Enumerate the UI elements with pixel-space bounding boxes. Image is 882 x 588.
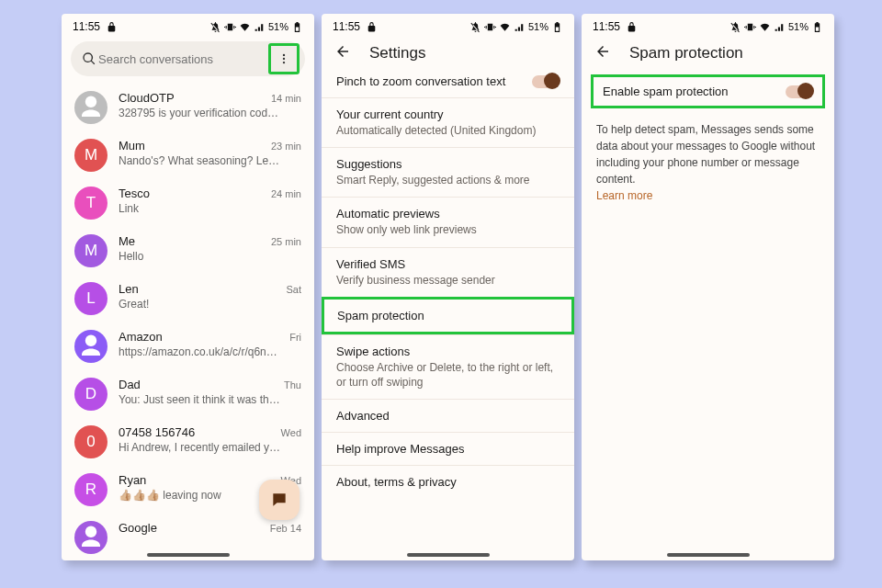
settings-item[interactable]: Pinch to zoom conversation text	[322, 71, 574, 97]
settings-item[interactable]: Automatic previewsShow only web link pre…	[322, 197, 574, 246]
settings-item[interactable]: Spam protection	[322, 297, 574, 334]
conversation-snippet: 328795 is your verification code …	[119, 107, 284, 119]
app-bar: Settings	[322, 40, 574, 71]
conversation-time: 23 min	[271, 141, 301, 152]
wifi-icon	[759, 21, 771, 33]
conversation-row[interactable]: MMum23 minNando's? What seasoning? Lem…	[62, 131, 314, 179]
conversation-row[interactable]: CloudOTP14 min328795 is your verificatio…	[62, 84, 314, 131]
lock-icon	[106, 21, 118, 33]
nav-handle[interactable]	[407, 553, 490, 557]
search-icon	[82, 51, 96, 66]
conversation-time: 24 min	[271, 188, 301, 199]
status-icons: 51%	[469, 21, 563, 33]
overflow-menu-button[interactable]	[268, 43, 300, 74]
conversation-name: Ryan	[119, 473, 146, 487]
settings-item[interactable]: Swipe actionsChoose Archive or Delete, t…	[322, 334, 574, 399]
enable-spam-toggle[interactable]	[786, 85, 813, 98]
phone-settings: 11:55 51% Settings Pinch to zoom convers…	[322, 14, 574, 560]
status-time: 11:55	[593, 20, 620, 33]
vibrate-icon	[484, 21, 496, 33]
enable-spam-label: Enable spam protection	[603, 85, 729, 98]
status-icons: 51%	[209, 21, 303, 33]
settings-list: Pinch to zoom conversation textYour curr…	[322, 71, 574, 498]
back-button[interactable]	[334, 43, 351, 63]
settings-item-title: Help improve Messages	[336, 442, 560, 456]
conversation-snippet: Great!	[119, 298, 284, 311]
settings-item-title: Your current country	[336, 107, 560, 121]
settings-item[interactable]: Help improve Messages	[322, 432, 574, 465]
status-bar: 11:55 51%	[62, 14, 314, 40]
search-input[interactable]	[96, 51, 268, 67]
settings-item-title: Advanced	[336, 409, 560, 423]
settings-item-subtitle: Automatically detected (United Kingdom)	[336, 123, 560, 138]
dnd-icon	[209, 21, 221, 33]
dnd-icon	[469, 21, 481, 33]
conversation-snippet: Hello	[119, 250, 284, 263]
settings-item[interactable]: SuggestionsSmart Reply, suggested action…	[322, 147, 574, 197]
conversation-time: 14 min	[271, 93, 301, 104]
settings-item-title: Pinch to zoom conversation text	[336, 74, 505, 88]
battery-percent: 51%	[268, 21, 288, 32]
back-button[interactable]	[594, 43, 611, 63]
conversation-row[interactable]: AmazonFrihttps://amazon.co.uk/a/c/r/q6nH…	[62, 322, 314, 370]
lock-icon	[626, 21, 638, 33]
svg-point-1	[283, 58, 285, 60]
page-title: Spam protection	[629, 44, 743, 62]
settings-item-subtitle: Show only web link previews	[336, 222, 560, 237]
phone-spam-protection: 11:55 51% Spam protection Enable spam pr…	[582, 14, 834, 560]
lock-icon	[366, 21, 378, 33]
settings-item-title: Automatic previews	[336, 207, 560, 220]
avatar	[74, 521, 107, 554]
conversation-name: Google	[119, 521, 157, 535]
status-bar: 11:55 51%	[582, 14, 834, 40]
conversation-time: Thu	[284, 379, 301, 390]
avatar: L	[74, 282, 107, 315]
conversation-snippet: You: Just seen it think it was the s…	[119, 393, 284, 406]
conversation-name: Dad	[119, 378, 141, 391]
settings-item[interactable]: Your current countryAutomatically detect…	[322, 97, 574, 147]
conversation-row[interactable]: DDadThuYou: Just seen it think it was th…	[62, 370, 314, 418]
avatar: M	[74, 234, 107, 267]
nav-handle[interactable]	[147, 553, 230, 557]
settings-item-title: Suggestions	[336, 157, 560, 171]
enable-spam-protection-row[interactable]: Enable spam protection	[591, 74, 825, 108]
settings-item-subtitle: Verify business message sender	[336, 273, 560, 288]
avatar	[74, 330, 107, 363]
wifi-icon	[239, 21, 251, 33]
conversation-time: 25 min	[271, 236, 301, 247]
avatar: R	[74, 473, 107, 506]
conversation-row[interactable]: TTesco24 minLink	[62, 179, 314, 227]
conversation-row[interactable]: 007458 156746WedHi Andrew, I recently em…	[62, 418, 314, 466]
conversation-row[interactable]: LLenSatGreat!	[62, 275, 314, 322]
settings-item-subtitle: Choose Archive or Delete, to the right o…	[336, 360, 560, 390]
svg-point-2	[283, 62, 285, 63]
conversation-snippet: Nando's? What seasoning? Lem…	[119, 154, 284, 167]
settings-item-title: Verified SMS	[336, 257, 560, 271]
vibrate-icon	[224, 21, 236, 33]
conversation-name: 07458 156746	[119, 425, 195, 439]
search-bar[interactable]	[71, 41, 305, 76]
avatar: 0	[74, 425, 107, 458]
battery-icon	[291, 21, 303, 33]
nav-handle[interactable]	[667, 553, 750, 557]
svg-point-0	[283, 54, 285, 56]
avatar: T	[74, 187, 107, 220]
conversation-name: Me	[119, 234, 135, 248]
status-bar: 11:55 51%	[322, 14, 574, 40]
conversation-row[interactable]: MMe25 minHello	[62, 227, 314, 275]
learn-more-link[interactable]: Learn more	[596, 189, 652, 202]
signal-icon	[774, 21, 786, 33]
status-time: 11:55	[73, 20, 100, 33]
settings-item[interactable]: About, terms & privacy	[322, 465, 574, 498]
conversation-snippet: Hi Andrew, I recently emailed you …	[119, 441, 284, 454]
avatar: D	[74, 378, 107, 411]
settings-item[interactable]: Verified SMSVerify business message send…	[322, 247, 574, 297]
conversation-time: Feb 14	[270, 523, 301, 534]
spam-help-text: To help detect spam, Messages sends some…	[582, 108, 834, 217]
signal-icon	[254, 21, 266, 33]
app-bar: Spam protection	[582, 40, 834, 71]
compose-fab[interactable]	[259, 480, 300, 520]
settings-toggle[interactable]	[532, 75, 560, 88]
settings-item[interactable]: Advanced	[322, 399, 574, 432]
settings-item-subtitle: Smart Reply, suggested actions & more	[336, 173, 560, 187]
